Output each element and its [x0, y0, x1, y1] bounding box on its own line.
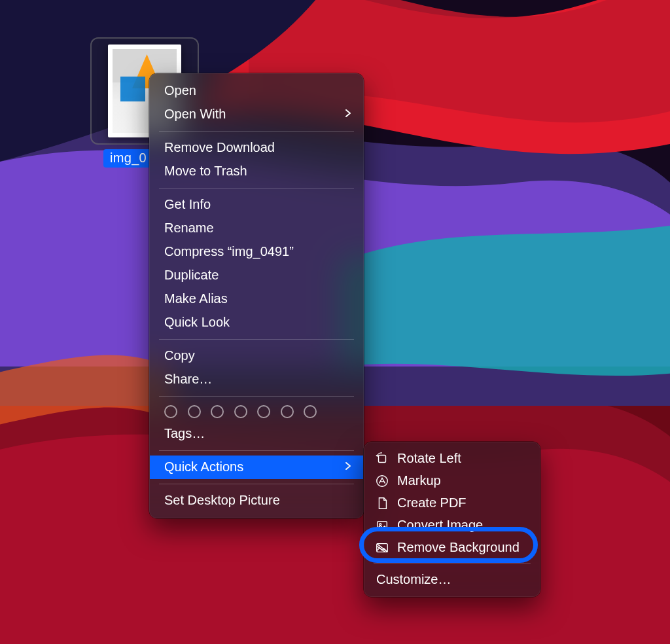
submenu-item-rotate-left[interactable]: Rotate Left — [364, 448, 540, 470]
menu-separator — [159, 131, 354, 132]
menu-item-set-desktop-picture[interactable]: Set Desktop Picture — [150, 489, 363, 512]
menu-item-label: Set Desktop Picture — [164, 493, 280, 508]
submenu-item-label: Customize… — [376, 572, 451, 587]
menu-item-label: Open With — [164, 107, 226, 122]
menu-item-duplicate[interactable]: Duplicate — [150, 264, 363, 287]
menu-item-copy[interactable]: Copy — [150, 344, 363, 368]
submenu-item-label: Rotate Left — [397, 451, 461, 466]
remove-background-icon — [375, 541, 389, 555]
image-icon — [375, 518, 389, 533]
submenu-item-label: Remove Background — [397, 540, 520, 555]
svg-rect-3 — [378, 521, 387, 529]
menu-item-quick-look[interactable]: Quick Look — [150, 311, 363, 334]
submenu-item-create-pdf[interactable]: Create PDF — [364, 492, 540, 514]
menu-item-tags[interactable]: Tags… — [150, 422, 363, 446]
menu-item-label: Share… — [164, 372, 212, 387]
submenu-item-markup[interactable]: Markup — [364, 470, 540, 492]
menu-item-label: Make Alias — [164, 291, 228, 306]
menu-item-label: Get Info — [164, 197, 211, 212]
submenu-item-remove-background[interactable]: Remove Background — [364, 537, 540, 559]
rotate-left-icon — [375, 452, 389, 466]
context-menu: Open Open With Remove Download Move to T… — [149, 73, 364, 518]
menu-item-label: Copy — [164, 348, 195, 363]
tag-color-dot[interactable] — [281, 405, 294, 418]
menu-item-remove-download[interactable]: Remove Download — [150, 136, 363, 160]
menu-item-label: Duplicate — [164, 268, 219, 283]
markup-icon — [375, 474, 389, 488]
menu-item-label: Tags… — [164, 426, 205, 441]
tag-color-dot[interactable] — [188, 405, 201, 418]
menu-separator — [159, 188, 354, 188]
menu-item-get-info[interactable]: Get Info — [150, 193, 363, 217]
quick-actions-submenu: Rotate Left Markup Create PDF Convert Im… — [364, 442, 540, 597]
menu-item-share[interactable]: Share… — [150, 368, 363, 391]
macos-desktop[interactable]: img_0 Open Open With Remove Download Mov… — [0, 0, 670, 644]
menu-separator — [159, 396, 354, 397]
menu-item-label: Quick Look — [164, 315, 230, 330]
submenu-item-label: Markup — [397, 473, 441, 488]
menu-item-quick-actions[interactable]: Quick Actions — [150, 456, 363, 479]
menu-item-label: Rename — [164, 221, 214, 236]
menu-item-label: Remove Download — [164, 140, 275, 155]
chevron-right-icon — [345, 109, 351, 120]
menu-item-move-to-trash[interactable]: Move to Trash — [150, 160, 363, 183]
menu-item-rename[interactable]: Rename — [150, 217, 363, 240]
menu-item-open[interactable]: Open — [150, 79, 363, 103]
submenu-item-customize[interactable]: Customize… — [364, 569, 540, 591]
menu-item-open-with[interactable]: Open With — [150, 103, 363, 126]
svg-rect-1 — [379, 455, 386, 462]
menu-separator — [159, 450, 354, 451]
menu-separator — [159, 484, 354, 484]
submenu-item-label: Create PDF — [397, 495, 467, 510]
desktop-file-label[interactable]: img_0 — [103, 149, 153, 168]
tag-color-dot[interactable] — [304, 405, 317, 418]
menu-item-label: Move to Trash — [164, 164, 247, 179]
tag-color-dot[interactable] — [257, 405, 270, 418]
menu-tag-color-row — [150, 401, 363, 422]
menu-item-make-alias[interactable]: Make Alias — [150, 287, 363, 311]
tag-color-dot[interactable] — [164, 405, 177, 418]
submenu-item-convert-image[interactable]: Convert Image — [364, 514, 540, 537]
menu-item-compress[interactable]: Compress “img_0491” — [150, 240, 363, 264]
menu-item-label: Open — [164, 83, 196, 98]
submenu-item-label: Convert Image — [397, 518, 483, 533]
menu-separator — [374, 564, 531, 564]
menu-item-label: Quick Actions — [164, 459, 243, 474]
document-icon — [375, 496, 389, 510]
menu-separator — [159, 339, 354, 340]
menu-item-label: Compress “img_0491” — [164, 244, 294, 259]
tag-color-dot[interactable] — [211, 405, 224, 418]
chevron-right-icon — [345, 461, 351, 473]
tag-color-dot[interactable] — [234, 405, 247, 418]
